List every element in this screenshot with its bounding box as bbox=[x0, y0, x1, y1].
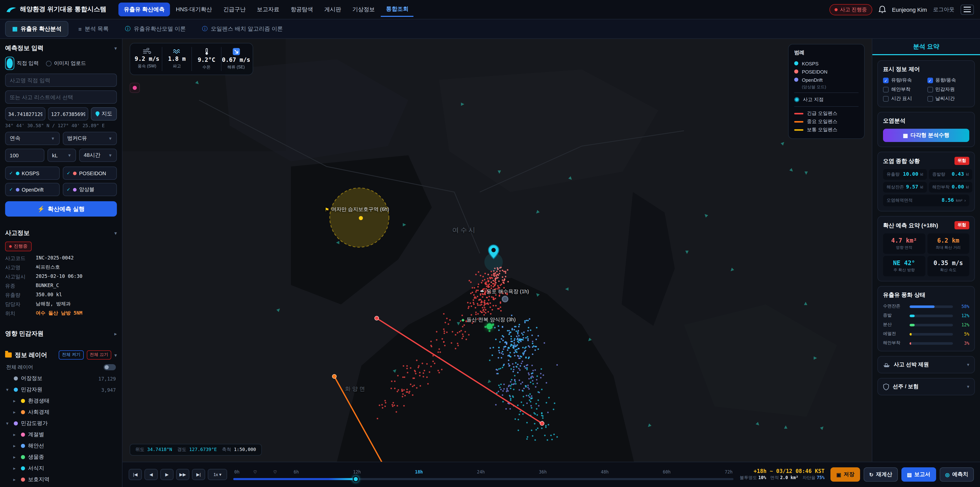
beach-label[interactable]: ☂ 웅포 해수욕장 (1h) bbox=[480, 288, 529, 295]
farm-label[interactable]: ◆ 돌산 전복 양식장 (3h) bbox=[461, 316, 516, 323]
menu-item[interactable]: 긴급구난 bbox=[218, 3, 251, 16]
layer-item[interactable]: ▸ 서식지 bbox=[5, 463, 117, 474]
farm-point-marker[interactable] bbox=[487, 323, 493, 329]
timeline-tick[interactable]: 18h bbox=[415, 469, 423, 474]
timeline-tick[interactable]: 24h bbox=[477, 469, 485, 474]
pollution-area-row[interactable]: 오염해역면적 8.56 km² › bbox=[883, 195, 969, 206]
display-option[interactable]: 민감자원 bbox=[927, 86, 969, 93]
model-toggle-chip[interactable]: ✓ KOSPS bbox=[5, 166, 59, 180]
display-option[interactable]: 시간 표시 bbox=[883, 96, 925, 102]
report-button[interactable]: ▤보고서 bbox=[901, 467, 936, 482]
incident-list-input[interactable] bbox=[5, 90, 117, 104]
layer-item[interactable]: ▸ 생물종 bbox=[5, 452, 117, 463]
layer-item[interactable]: ▸ 계절별 bbox=[5, 429, 117, 440]
layer-item[interactable]: ▸ 보호지역 bbox=[5, 474, 117, 485]
oil-type-select[interactable]: 벙커C유▼ bbox=[62, 132, 117, 145]
tab-item[interactable]: ⓘ 유출유확산모델 이론 bbox=[118, 21, 192, 36]
layer-item[interactable]: ▸ 환경생태 bbox=[5, 395, 117, 407]
layer-item[interactable]: ▾ 민감도평가 bbox=[5, 418, 117, 429]
timeline-tick[interactable]: 48h bbox=[601, 469, 609, 474]
chevron-icon[interactable]: ▸ bbox=[13, 398, 18, 404]
all-layers-on-button[interactable]: 전체 켜기 bbox=[59, 350, 83, 359]
timeline-tick[interactable]: 0h bbox=[234, 469, 240, 474]
longitude-input[interactable] bbox=[48, 107, 88, 121]
map-canvas[interactable]: ▼▼▼▼▼▼▼▼▼▼▼▼▼▼▼▼▼▼▼▼▼▼▼▼▼▼ ⚑ 여자만 습지보호구역 … bbox=[123, 39, 872, 461]
radio-image-upload[interactable]: 이미지 업로드 bbox=[46, 57, 86, 70]
collapse-chevron-icon[interactable]: ▾ bbox=[115, 45, 117, 51]
layer-item[interactable]: 어장정보 17,129 bbox=[5, 373, 117, 384]
collapse-chevron-icon[interactable]: ▾ bbox=[967, 384, 969, 389]
chevron-icon[interactable]: ▸ bbox=[13, 432, 18, 437]
spill-type-select[interactable]: 연속▼ bbox=[5, 132, 59, 145]
collapse-chevron-icon[interactable]: ▸ bbox=[115, 331, 117, 337]
protected-area-label[interactable]: ⚑ 여자만 습지보호구역 (6h) bbox=[325, 206, 389, 213]
layer-item[interactable]: ▸ 수산자원 bbox=[5, 485, 117, 487]
all-layers-off-button[interactable]: 전체 끄기 bbox=[86, 350, 111, 359]
incident-location-pin[interactable] bbox=[488, 244, 499, 262]
display-option[interactable]: 해안부착 bbox=[883, 86, 925, 93]
timeline-slider[interactable]: ♡ ♡ bbox=[233, 477, 734, 482]
event-marker-icon[interactable]: ♡ bbox=[273, 470, 277, 474]
menu-item[interactable]: 통합조회 bbox=[381, 2, 414, 17]
incident-status-badge[interactable]: 사고 진행중 bbox=[829, 4, 872, 15]
skip-end-button[interactable]: ▶| bbox=[192, 469, 205, 480]
checkbox[interactable] bbox=[883, 96, 889, 102]
chevron-icon[interactable]: ▸ bbox=[13, 466, 18, 471]
incident-name-input[interactable] bbox=[5, 73, 117, 87]
recalculate-button[interactable]: ↻재계산 bbox=[864, 467, 898, 482]
tab-item[interactable]: ▦ 유출유 확산분석 bbox=[5, 21, 68, 37]
checkbox[interactable] bbox=[883, 78, 889, 83]
step-back-button[interactable]: ◀ bbox=[145, 469, 158, 480]
chevron-icon[interactable]: ▾ bbox=[6, 387, 11, 392]
timeline-tick[interactable]: 6h bbox=[294, 469, 299, 474]
collapse-chevron-icon[interactable]: ▾ bbox=[967, 362, 969, 367]
slider-thumb[interactable] bbox=[353, 476, 359, 482]
menu-item[interactable]: 게시판 bbox=[319, 3, 346, 16]
duration-select[interactable]: 48시간▼ bbox=[79, 148, 117, 162]
chevron-icon[interactable]: ▸ bbox=[13, 477, 18, 482]
tab-item[interactable]: ⓘ 오일펜스 배치 알고리즘 이론 bbox=[196, 21, 290, 36]
menu-item[interactable]: 보고자료 bbox=[252, 3, 285, 16]
layer-item[interactable]: ▸ 사회경제 bbox=[5, 407, 117, 418]
model-toggle-chip[interactable]: ✓ 앙상블 bbox=[62, 183, 117, 196]
timeline-tick[interactable]: 72h bbox=[725, 469, 733, 474]
vessel-spec-card[interactable]: 사고 선박 제원 ▾ bbox=[877, 356, 975, 374]
polygon-analysis-button[interactable]: ▦다각형 분석수행 bbox=[883, 129, 969, 142]
affected-resources-section[interactable]: 영향 민감자원 ▸ bbox=[5, 329, 117, 338]
user-name[interactable]: Eunjeong Kim bbox=[892, 6, 927, 13]
checkbox[interactable] bbox=[883, 87, 889, 93]
timeline-tick[interactable]: 36h bbox=[539, 469, 547, 474]
pick-on-map-button[interactable]: 지도 bbox=[91, 107, 117, 121]
display-option[interactable]: 풍향/풍속 bbox=[927, 77, 969, 84]
chevron-icon[interactable]: ▸ bbox=[13, 410, 18, 415]
skip-start-button[interactable]: |◀ bbox=[129, 469, 142, 480]
radio-direct-input[interactable]: 직접 입력 bbox=[5, 57, 39, 70]
unit-select[interactable]: kL▼ bbox=[48, 148, 76, 162]
chevron-icon[interactable]: ▾ bbox=[6, 421, 11, 426]
collapse-chevron-icon[interactable]: ▾ bbox=[115, 230, 117, 236]
amount-input[interactable] bbox=[5, 148, 45, 162]
timeline-tick[interactable]: 12h bbox=[353, 469, 361, 474]
model-toggle-chip[interactable]: ✓ OpenDrift bbox=[5, 183, 59, 196]
owner-insurance-card[interactable]: 선주 / 보험 ▾ bbox=[877, 378, 975, 395]
run-prediction-button[interactable]: ⚡확산예측 실행 bbox=[5, 201, 117, 217]
play-button[interactable]: ▶ bbox=[160, 469, 173, 480]
fast-forward-button[interactable]: ▶▶ bbox=[176, 469, 189, 480]
speed-select[interactable]: 1x ▾ bbox=[208, 469, 227, 480]
prediction-button[interactable]: ◎예측치 bbox=[940, 467, 974, 482]
event-marker-icon[interactable]: ♡ bbox=[253, 470, 257, 474]
beach-point-marker[interactable] bbox=[502, 296, 508, 302]
model-toggle-chip[interactable]: ✓ POSEIDON bbox=[62, 166, 117, 180]
save-button[interactable]: ▣저장 bbox=[831, 467, 860, 482]
checkbox[interactable] bbox=[927, 87, 933, 93]
tab-item[interactable]: ≡ 분석 목록 bbox=[72, 21, 115, 36]
chevron-icon[interactable]: ▸ bbox=[13, 455, 18, 460]
collapse-chevron-icon[interactable]: ▾ bbox=[115, 352, 117, 358]
tab-analysis-summary[interactable]: 분석 요약 bbox=[872, 39, 980, 55]
latitude-input[interactable] bbox=[5, 107, 45, 121]
bell-icon[interactable] bbox=[878, 5, 886, 14]
menu-item[interactable]: 항공탐색 bbox=[286, 3, 318, 16]
menu-item[interactable]: 유출유 확산예측 bbox=[119, 3, 170, 16]
timeline-tick[interactable]: 60h bbox=[663, 469, 671, 474]
layer-item[interactable]: ▸ 해안선 bbox=[5, 440, 117, 452]
